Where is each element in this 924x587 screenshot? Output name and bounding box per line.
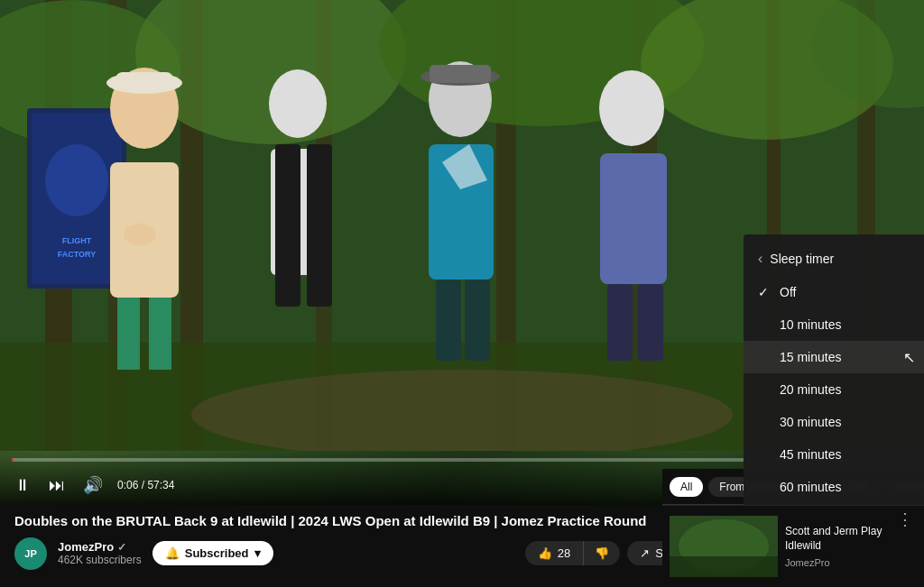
svg-point-27 [124, 224, 156, 245]
sleep-timer-15min[interactable]: 15 minutes ↖ [744, 341, 924, 373]
svg-rect-39 [600, 153, 667, 284]
subscribe-dropdown-icon: ▾ [254, 546, 261, 560]
svg-rect-23 [116, 72, 173, 90]
related-video-title: Scott and Jerm Play Idlewild [785, 525, 886, 553]
time-display: 0:06 / 57:34 [117, 479, 174, 491]
sleep-timer-30min[interactable]: 30 minutes [744, 406, 924, 438]
sleep-timer-off[interactable]: Off [744, 276, 924, 308]
channel-name: JomezPro ✓ [58, 540, 142, 554]
channel-info: JomezPro ✓ 462K subscribers [58, 540, 142, 566]
volume-button[interactable]: 🔊 [79, 472, 106, 499]
related-video-info: Scott and Jerm Play Idlewild JomezPro [785, 525, 886, 567]
svg-rect-44 [670, 556, 778, 577]
svg-rect-37 [465, 280, 490, 361]
progress-fill [11, 458, 13, 462]
like-dislike-group: 👍 28 👎 [525, 541, 620, 565]
svg-rect-26 [149, 298, 171, 370]
svg-rect-34 [430, 65, 491, 83]
sleep-timer-menu: ‹ Sleep timer Off 10 minutes 15 minutes … [744, 234, 924, 505]
thumbs-up-icon: 👍 [538, 546, 552, 560]
svg-text:FACTORY: FACTORY [58, 250, 97, 259]
channel-avatar[interactable]: JP [14, 537, 47, 570]
svg-rect-36 [436, 280, 461, 361]
bell-icon: 🔔 [165, 546, 180, 560]
svg-point-28 [269, 69, 327, 138]
related-video-thumbnail [670, 516, 778, 577]
svg-rect-25 [117, 298, 140, 370]
video-player[interactable]: FLIGHT FACTORY [0, 0, 924, 505]
related-video-channel: JomezPro [785, 557, 886, 568]
share-icon: ↗ [640, 546, 650, 560]
svg-rect-30 [275, 144, 300, 307]
svg-point-38 [599, 70, 664, 146]
back-arrow-icon: ‹ [758, 251, 762, 267]
svg-text:FLIGHT: FLIGHT [62, 236, 92, 245]
sleep-timer-20min[interactable]: 20 minutes [744, 373, 924, 406]
cursor-pointer-icon: ↖ [903, 349, 915, 366]
verified-icon: ✓ [117, 541, 126, 554]
dislike-button[interactable]: 👎 [584, 541, 620, 565]
sleep-timer-60min[interactable]: 60 minutes [744, 471, 924, 503]
related-video-item[interactable]: Scott and Jerm Play Idlewild JomezPro ⋮ [662, 505, 924, 587]
related-video-more-button[interactable]: ⋮ [893, 506, 917, 533]
sleep-timer-end-of-video[interactable]: End of video 58 min [744, 503, 924, 505]
svg-rect-41 [638, 284, 663, 361]
next-button[interactable]: ⏭ [45, 472, 69, 499]
like-button[interactable]: 👍 28 [525, 541, 584, 565]
svg-point-18 [45, 144, 108, 216]
sleep-timer-45min[interactable]: 45 minutes [744, 438, 924, 471]
sleep-timer-header[interactable]: ‹ Sleep timer [744, 242, 924, 276]
subscribe-button[interactable]: 🔔 Subscribed ▾ [152, 541, 273, 565]
filter-all-tab[interactable]: All [670, 477, 703, 497]
pause-button[interactable]: ⏸ [11, 472, 34, 499]
svg-rect-31 [307, 144, 332, 307]
sleep-timer-title: Sleep timer [770, 252, 834, 266]
related-thumb-image [670, 516, 778, 577]
sleep-timer-10min[interactable]: 10 minutes [744, 308, 924, 341]
svg-rect-40 [607, 284, 633, 361]
thumbs-down-icon: 👎 [595, 546, 609, 560]
subscriber-count: 462K subscribers [58, 554, 142, 566]
